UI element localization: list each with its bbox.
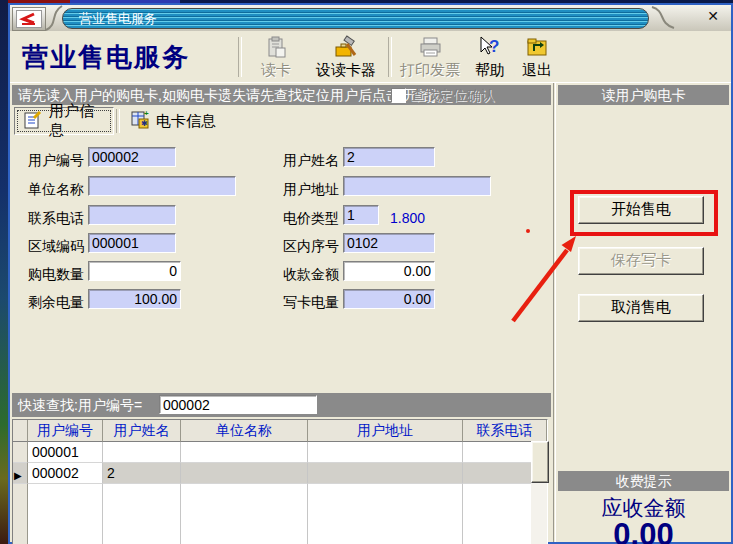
grid-empty-area — [13, 484, 547, 544]
user-name-field[interactable] — [343, 147, 435, 167]
grid-indicator-header — [13, 420, 28, 442]
titlebar-curve-left — [44, 5, 64, 31]
cell-user-addr[interactable] — [308, 463, 463, 484]
panel-divider — [553, 83, 556, 542]
user-name-label: 用户姓名 — [277, 150, 339, 170]
page-title: 营业售电服务 — [22, 31, 190, 83]
table-row-selected[interactable]: 000002 2 — [13, 463, 547, 484]
print-invoice-icon — [394, 35, 466, 61]
set-reader-icon — [310, 35, 382, 61]
charge-panel-header: 收费提示 — [558, 471, 729, 491]
cell-user-name[interactable]: 2 — [103, 463, 181, 484]
remain-power-label: 剩余电量 — [22, 292, 84, 312]
grid-filler-cell — [308, 484, 463, 544]
exit-label: 退出 — [516, 61, 558, 78]
tab-card-info[interactable]: ✱ + 电卡信息 — [122, 107, 224, 135]
print-invoice-button: 打印发票 — [394, 35, 466, 81]
help-label: 帮助 — [469, 61, 511, 78]
svg-text:✱: ✱ — [141, 119, 148, 128]
set-reader-button[interactable]: 设读卡器 — [310, 35, 382, 81]
col-unit-name[interactable]: 单位名称 — [181, 420, 308, 442]
user-addr-field[interactable] — [343, 176, 491, 196]
recv-amount-field[interactable] — [343, 261, 435, 281]
remain-power-field[interactable] — [88, 289, 181, 309]
app-logo-icon — [16, 10, 42, 28]
price-rate-value: 1.800 — [390, 208, 425, 228]
cell-user-no[interactable]: 000001 — [28, 442, 103, 463]
region-seq-label: 区内序号 — [277, 236, 339, 256]
user-addr-label: 用户地址 — [277, 179, 339, 199]
grid-filler-cell — [103, 484, 181, 544]
save-card-button: 保存写卡 — [578, 247, 704, 275]
read-card-button: 读卡 — [248, 35, 304, 81]
toolbar-separator — [238, 37, 242, 77]
region-seq-field[interactable] — [343, 233, 435, 253]
exit-button[interactable]: 退出 — [516, 35, 558, 81]
card-power-field[interactable] — [343, 289, 435, 309]
user-grid: 用户编号 用户姓名 单位名称 用户地址 联系电话 000001 000002 2 — [12, 419, 548, 544]
grid-filler-cell — [28, 484, 103, 544]
svg-text:+: + — [144, 110, 149, 118]
region-code-field[interactable] — [88, 233, 176, 253]
recv-amount-label: 收款金额 — [277, 264, 339, 284]
grid-vertical-scrollbar[interactable] — [531, 441, 547, 544]
system-menu-button[interactable] — [12, 7, 46, 31]
grid-header-row: 用户编号 用户姓名 单位名称 用户地址 联系电话 — [13, 420, 547, 442]
tab-card-info-label: 电卡信息 — [156, 112, 216, 131]
toolbar-separator — [388, 37, 392, 77]
main-content: 请先读入用户的购电卡,如购电卡遗失请先查找定位用户后点击[开始]... 读用户购… — [10, 83, 731, 542]
locate-confirm-checkbox[interactable] — [391, 88, 406, 103]
cell-unit-name[interactable] — [181, 442, 308, 463]
phone-field[interactable] — [88, 205, 176, 225]
region-code-label: 区域编码 — [22, 236, 84, 256]
buy-qty-label: 购电数量 — [22, 264, 84, 284]
receivable-value: 0.00 — [558, 517, 729, 544]
col-phone[interactable]: 联系电话 — [463, 420, 547, 442]
toolbar: 营业售电服务 读卡 — [10, 31, 731, 84]
read-card-icon — [248, 35, 304, 61]
current-row-arrow-icon — [13, 463, 28, 484]
user-info-icon — [23, 110, 43, 133]
unit-name-label: 单位名称 — [22, 179, 84, 199]
titlebar-curve-right — [650, 5, 676, 31]
quick-search-input[interactable] — [159, 395, 317, 414]
title-bar: 营业售电服务 — [10, 5, 731, 32]
table-row[interactable]: 000001 — [13, 442, 547, 463]
print-invoice-label: 打印发票 — [394, 61, 466, 78]
card-info-icon: ✱ + — [130, 110, 150, 133]
locate-confirm-label: 查找定位确认 — [411, 85, 495, 105]
buy-qty-field[interactable] — [88, 261, 181, 281]
desktop-background-left — [0, 0, 8, 544]
read-card-panel-header: 读用户购电卡 — [558, 85, 729, 105]
cancel-sale-button[interactable]: 取消售电 — [578, 294, 704, 322]
titlebar-pill: 营业售电服务 — [62, 8, 649, 29]
tab-user-info-label: 用户信息 — [49, 102, 105, 140]
close-icon[interactable] — [703, 8, 723, 26]
price-type-field[interactable] — [343, 205, 379, 225]
col-user-name[interactable]: 用户姓名 — [103, 420, 181, 442]
app-window: 营业售电服务 营业售电服务 读卡 — [8, 3, 733, 544]
quick-search-label: 快速查找:用户编号= — [18, 395, 142, 415]
user-no-label: 用户编号 — [22, 150, 84, 170]
cell-user-addr[interactable] — [308, 442, 463, 463]
user-no-field[interactable] — [88, 147, 176, 167]
exit-folder-icon — [516, 35, 558, 61]
start-sale-button[interactable]: 开始售电 — [578, 196, 704, 224]
help-button[interactable]: ? 帮助 — [469, 35, 511, 81]
cell-unit-name[interactable] — [181, 463, 308, 484]
price-type-label: 电价类型 — [277, 208, 339, 228]
read-card-label: 读卡 — [248, 61, 304, 78]
col-user-addr[interactable]: 用户地址 — [308, 420, 463, 442]
cell-user-no[interactable]: 000002 — [28, 463, 103, 484]
row-indicator — [13, 442, 28, 463]
set-reader-label: 设读卡器 — [310, 61, 382, 78]
card-power-label: 写卡电量 — [277, 292, 339, 312]
vscroll-thumb[interactable] — [531, 441, 549, 483]
grid-filler-cell — [13, 484, 28, 544]
col-user-no[interactable]: 用户编号 — [28, 420, 103, 442]
tab-user-info[interactable]: 用户信息 — [14, 107, 114, 135]
unit-name-field[interactable] — [88, 176, 236, 196]
cell-user-name[interactable] — [103, 442, 181, 463]
phone-label: 联系电话 — [22, 208, 84, 228]
window-title: 营业售电服务 — [79, 9, 157, 28]
